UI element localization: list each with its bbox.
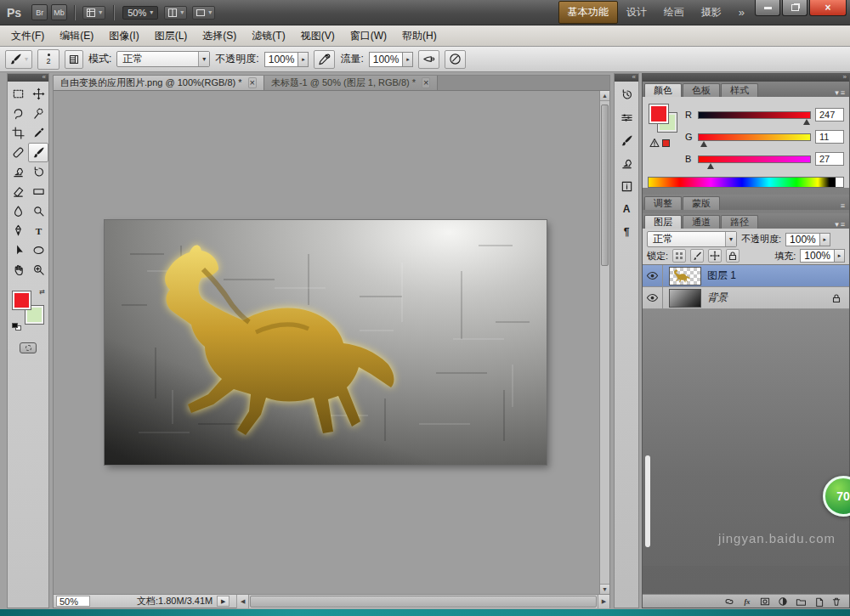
menu-window[interactable]: 窗口(W) <box>343 25 394 47</box>
lock-all-icon[interactable] <box>726 249 740 263</box>
workspace-essentials[interactable]: 基本功能 <box>558 1 618 24</box>
spinner-icon[interactable]: ▸ <box>298 52 309 67</box>
add-layer-mask-button[interactable] <box>760 596 770 607</box>
dock-collapse-bar[interactable]: » <box>643 74 849 82</box>
new-adjustment-layer-button[interactable] <box>778 596 788 607</box>
layer-blend-mode-dropdown[interactable]: 正常 ▾ <box>647 231 737 247</box>
spinner-icon[interactable]: ▸ <box>820 233 830 246</box>
layer-name[interactable]: 图层 1 <box>707 268 736 283</box>
history-panel-icon[interactable] <box>616 84 637 105</box>
red-slider[interactable] <box>698 111 811 119</box>
restore-button[interactable] <box>782 0 808 16</box>
view-extras-button[interactable]: ▾ <box>82 6 105 20</box>
horizontal-scrollbar[interactable]: ◀ ▶ <box>236 595 609 608</box>
delete-layer-button[interactable] <box>831 596 842 607</box>
menu-file[interactable]: 文件(F) <box>3 25 52 47</box>
dodge-tool[interactable] <box>28 201 48 221</box>
layer-row-background[interactable]: 背景 <box>643 287 849 309</box>
menu-select[interactable]: 选择(S) <box>195 25 244 47</box>
layer-opacity-field[interactable]: 100% ▸ <box>785 233 830 246</box>
panel-menu-button[interactable]: ▾≡ <box>830 220 849 229</box>
quick-selection-tool[interactable] <box>28 104 48 123</box>
close-tab-icon[interactable]: × <box>422 77 430 88</box>
gradient-tool[interactable] <box>28 182 48 201</box>
horizontal-scroll-thumb[interactable] <box>250 596 597 608</box>
brushes-panel-icon[interactable] <box>616 130 637 150</box>
document-tab-1[interactable]: 自由变换的应用图片.png @ 100%(RGB/8) * × <box>54 76 264 90</box>
blend-mode-dropdown[interactable]: 正常 ▾ <box>116 51 210 67</box>
workspace-photography[interactable]: 摄影 <box>693 2 730 23</box>
layer-name[interactable]: 背景 <box>707 291 728 305</box>
spot-healing-brush-tool[interactable] <box>8 143 28 162</box>
lock-transparency-icon[interactable] <box>672 249 686 263</box>
new-group-button[interactable] <box>796 596 806 607</box>
vertical-scroll-thumb[interactable] <box>601 105 609 266</box>
close-button[interactable]: × <box>809 0 847 16</box>
status-zoom-field[interactable]: 50% <box>56 596 90 607</box>
gamut-warning[interactable] <box>649 138 670 148</box>
link-layers-button[interactable] <box>724 596 734 607</box>
opacity-field[interactable]: 100% ▸ <box>264 52 309 67</box>
color-spectrum-ramp[interactable] <box>648 177 844 188</box>
minimize-button[interactable] <box>755 0 780 16</box>
swap-colors-icon[interactable]: ⇄ <box>39 288 45 296</box>
scroll-up-icon[interactable]: ▲ <box>600 91 609 101</box>
history-brush-tool[interactable] <box>28 162 48 182</box>
lock-position-icon[interactable] <box>708 249 722 263</box>
toggle-brush-panel-button[interactable] <box>65 50 83 69</box>
status-info-button[interactable]: ▶ <box>217 596 230 607</box>
zoom-level-dropdown[interactable]: 50% ▾ <box>122 6 158 20</box>
tab-layers[interactable]: 图层 <box>644 215 682 229</box>
brush-preset-picker[interactable]: 2 <box>37 49 60 70</box>
spinner-icon[interactable]: ▸ <box>403 52 413 67</box>
close-tab-icon[interactable]: × <box>248 77 257 88</box>
scroll-left-icon[interactable]: ◀ <box>237 595 249 608</box>
red-value[interactable]: 247 <box>815 108 844 122</box>
toolbox-collapse-bar[interactable]: « <box>8 74 48 82</box>
menu-layer[interactable]: 图层(L) <box>147 25 196 47</box>
workspace-design[interactable]: 设计 <box>618 2 655 23</box>
new-layer-button[interactable] <box>813 596 824 607</box>
hand-tool[interactable] <box>8 260 28 280</box>
tab-styles[interactable]: 样式 <box>721 83 758 97</box>
arrange-documents-button[interactable]: ▾ <box>164 6 187 20</box>
shape-tool[interactable] <box>28 240 48 260</box>
layer-row-1[interactable]: 图层 1 <box>643 265 849 287</box>
blue-slider-thumb[interactable] <box>707 163 714 169</box>
menu-image[interactable]: 图像(I) <box>101 25 146 47</box>
green-slider[interactable] <box>698 133 811 141</box>
airbrush-toggle-button[interactable] <box>418 50 439 69</box>
workspace-overflow-icon[interactable]: » <box>739 6 745 19</box>
lasso-tool[interactable] <box>8 104 28 123</box>
character-panel-icon[interactable]: A <box>616 199 637 219</box>
document-image[interactable] <box>105 220 547 465</box>
layer-effects-button[interactable]: fx <box>742 596 752 607</box>
blue-slider[interactable] <box>698 155 811 163</box>
tab-paths[interactable]: 路径 <box>721 215 758 229</box>
layer-thumbnail[interactable] <box>669 267 701 285</box>
flow-field[interactable]: 100% ▸ <box>369 52 414 67</box>
menu-view[interactable]: 视图(V) <box>293 25 343 47</box>
tab-swatches[interactable]: 色板 <box>683 83 720 97</box>
lock-pixels-icon[interactable] <box>690 249 704 263</box>
tool-presets-panel-icon[interactable] <box>616 107 637 127</box>
eraser-tool[interactable] <box>8 182 28 201</box>
panel-scrollbar[interactable] <box>645 455 650 547</box>
green-slider-thumb[interactable] <box>700 141 707 147</box>
canvas-area[interactable] <box>54 91 599 594</box>
layer-fill-field[interactable]: 100% ▸ <box>800 249 845 263</box>
default-colors-icon[interactable] <box>12 323 22 331</box>
gamut-color-swatch[interactable] <box>662 139 670 147</box>
menu-edit[interactable]: 编辑(E) <box>52 25 101 47</box>
tool-preset-picker[interactable]: ▾ <box>5 50 32 69</box>
screen-mode-button[interactable]: ▾ <box>192 6 215 20</box>
path-selection-tool[interactable] <box>8 240 28 260</box>
tab-masks[interactable]: 蒙版 <box>683 196 720 210</box>
paragraph-panel-icon[interactable]: ¶ <box>616 222 637 242</box>
panel-menu-button[interactable]: ▾≡ <box>830 88 849 97</box>
foreground-color-swatch[interactable] <box>13 291 31 309</box>
info-panel-icon[interactable] <box>616 176 637 196</box>
zoom-tool[interactable] <box>28 260 48 280</box>
mini-bridge-icon[interactable]: Mb <box>51 4 67 20</box>
scroll-right-icon[interactable]: ▶ <box>598 595 609 608</box>
